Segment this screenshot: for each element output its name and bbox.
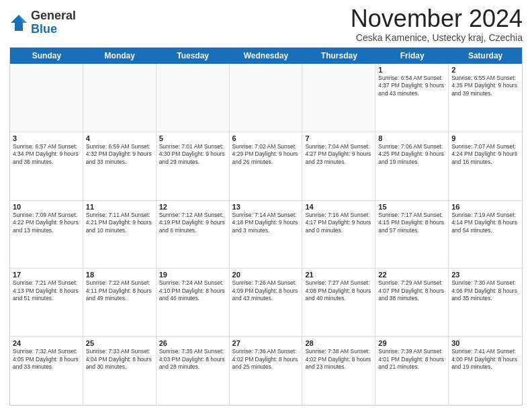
day-number: 4 <box>86 134 153 142</box>
day-number: 30 <box>451 339 519 347</box>
day-number: 21 <box>305 271 372 279</box>
logo: General Blue <box>9 9 76 36</box>
empty-cell <box>230 64 303 132</box>
day-cell: 5Sunrise: 7:01 AM Sunset: 4:30 PM Daylig… <box>157 132 230 200</box>
calendar-row: 1Sunrise: 6:54 AM Sunset: 4:37 PM Daylig… <box>10 64 522 132</box>
day-number: 20 <box>232 271 300 279</box>
day-detail: Sunrise: 7:29 AM Sunset: 4:07 PM Dayligh… <box>378 279 445 302</box>
day-cell: 20Sunrise: 7:26 AM Sunset: 4:09 PM Dayli… <box>230 269 303 336</box>
empty-cell <box>302 64 375 132</box>
day-cell: 8Sunrise: 7:06 AM Sunset: 4:25 PM Daylig… <box>375 132 449 200</box>
day-cell: 11Sunrise: 7:11 AM Sunset: 4:21 PM Dayli… <box>83 201 157 269</box>
day-cell: 27Sunrise: 7:36 AM Sunset: 4:02 PM Dayli… <box>230 337 303 405</box>
day-number: 22 <box>378 271 445 279</box>
page: General Blue November 2024 Ceska Kamenic… <box>0 0 532 411</box>
day-cell: 6Sunrise: 7:02 AM Sunset: 4:29 PM Daylig… <box>230 132 303 200</box>
day-detail: Sunrise: 7:22 AM Sunset: 4:11 PM Dayligh… <box>86 279 153 302</box>
weekday-header: Tuesday <box>157 48 230 64</box>
day-cell: 14Sunrise: 7:16 AM Sunset: 4:17 PM Dayli… <box>302 201 375 269</box>
day-detail: Sunrise: 7:16 AM Sunset: 4:17 PM Dayligh… <box>305 212 372 234</box>
day-cell: 2Sunrise: 6:55 AM Sunset: 4:35 PM Daylig… <box>449 64 522 132</box>
day-detail: Sunrise: 6:54 AM Sunset: 4:37 PM Dayligh… <box>378 75 445 97</box>
weekday-header: Monday <box>83 48 157 64</box>
day-detail: Sunrise: 7:26 AM Sunset: 4:09 PM Dayligh… <box>232 279 300 302</box>
day-detail: Sunrise: 7:17 AM Sunset: 4:15 PM Dayligh… <box>378 212 445 234</box>
day-detail: Sunrise: 7:01 AM Sunset: 4:30 PM Dayligh… <box>159 143 226 166</box>
day-number: 19 <box>159 271 226 279</box>
weekday-header: Wednesday <box>230 48 303 64</box>
day-number: 18 <box>86 271 153 279</box>
day-detail: Sunrise: 7:27 AM Sunset: 4:08 PM Dayligh… <box>305 279 372 302</box>
day-cell: 28Sunrise: 7:38 AM Sunset: 4:02 PM Dayli… <box>302 337 375 405</box>
day-detail: Sunrise: 7:19 AM Sunset: 4:14 PM Dayligh… <box>451 212 519 234</box>
day-cell: 29Sunrise: 7:39 AM Sunset: 4:01 PM Dayli… <box>375 337 449 405</box>
calendar-row: 10Sunrise: 7:09 AM Sunset: 4:22 PM Dayli… <box>10 201 522 269</box>
day-number: 13 <box>232 203 300 211</box>
day-number: 7 <box>305 134 372 142</box>
day-detail: Sunrise: 7:02 AM Sunset: 4:29 PM Dayligh… <box>232 143 300 166</box>
calendar-header: SundayMondayTuesdayWednesdayThursdayFrid… <box>10 48 522 64</box>
day-cell: 3Sunrise: 6:57 AM Sunset: 4:34 PM Daylig… <box>10 132 83 200</box>
weekday-header: Thursday <box>302 48 375 64</box>
day-cell: 26Sunrise: 7:35 AM Sunset: 4:03 PM Dayli… <box>157 337 230 405</box>
day-number: 12 <box>159 203 226 211</box>
day-detail: Sunrise: 7:36 AM Sunset: 4:02 PM Dayligh… <box>232 348 300 371</box>
header: General Blue November 2024 Ceska Kamenic… <box>9 7 523 43</box>
day-cell: 24Sunrise: 7:32 AM Sunset: 4:05 PM Dayli… <box>10 337 83 405</box>
day-cell: 17Sunrise: 7:21 AM Sunset: 4:13 PM Dayli… <box>10 269 83 336</box>
day-detail: Sunrise: 7:32 AM Sunset: 4:05 PM Dayligh… <box>13 348 80 371</box>
day-detail: Sunrise: 7:33 AM Sunset: 4:04 PM Dayligh… <box>86 348 153 371</box>
day-number: 14 <box>305 203 372 211</box>
day-number: 6 <box>232 134 300 142</box>
day-detail: Sunrise: 7:41 AM Sunset: 4:00 PM Dayligh… <box>451 348 519 371</box>
day-number: 10 <box>13 203 80 211</box>
day-number: 23 <box>451 271 519 279</box>
day-detail: Sunrise: 7:30 AM Sunset: 4:06 PM Dayligh… <box>451 279 519 302</box>
day-number: 16 <box>451 203 519 211</box>
logo-icon <box>9 13 28 32</box>
day-detail: Sunrise: 6:59 AM Sunset: 4:32 PM Dayligh… <box>86 143 153 166</box>
day-cell: 4Sunrise: 6:59 AM Sunset: 4:32 PM Daylig… <box>83 132 157 200</box>
day-detail: Sunrise: 7:07 AM Sunset: 4:24 PM Dayligh… <box>451 143 519 166</box>
empty-cell <box>157 64 230 132</box>
day-number: 9 <box>451 134 519 142</box>
day-detail: Sunrise: 6:57 AM Sunset: 4:34 PM Dayligh… <box>13 143 80 166</box>
day-detail: Sunrise: 7:04 AM Sunset: 4:27 PM Dayligh… <box>305 143 372 166</box>
logo-blue-text: Blue <box>31 23 76 36</box>
day-number: 1 <box>378 66 445 74</box>
day-cell: 1Sunrise: 6:54 AM Sunset: 4:37 PM Daylig… <box>375 64 449 132</box>
day-cell: 9Sunrise: 7:07 AM Sunset: 4:24 PM Daylig… <box>449 132 522 200</box>
weekday-header: Friday <box>375 48 449 64</box>
day-detail: Sunrise: 7:12 AM Sunset: 4:19 PM Dayligh… <box>159 212 226 234</box>
day-detail: Sunrise: 7:06 AM Sunset: 4:25 PM Dayligh… <box>378 143 445 166</box>
location: Ceska Kamenice, Ustecky kraj, Czechia <box>351 32 523 43</box>
day-cell: 23Sunrise: 7:30 AM Sunset: 4:06 PM Dayli… <box>449 269 522 336</box>
day-number: 26 <box>159 339 226 347</box>
logo-text: General Blue <box>31 9 76 36</box>
day-number: 28 <box>305 339 372 347</box>
title-area: November 2024 Ceska Kamenice, Ustecky kr… <box>351 7 523 43</box>
day-detail: Sunrise: 7:35 AM Sunset: 4:03 PM Dayligh… <box>159 348 226 371</box>
day-cell: 21Sunrise: 7:27 AM Sunset: 4:08 PM Dayli… <box>302 269 375 336</box>
day-number: 5 <box>159 134 226 142</box>
day-cell: 30Sunrise: 7:41 AM Sunset: 4:00 PM Dayli… <box>449 337 522 405</box>
day-detail: Sunrise: 7:11 AM Sunset: 4:21 PM Dayligh… <box>86 212 153 234</box>
day-detail: Sunrise: 7:14 AM Sunset: 4:18 PM Dayligh… <box>232 212 300 234</box>
calendar-row: 17Sunrise: 7:21 AM Sunset: 4:13 PM Dayli… <box>10 269 522 337</box>
day-cell: 15Sunrise: 7:17 AM Sunset: 4:15 PM Dayli… <box>375 201 449 269</box>
day-detail: Sunrise: 7:39 AM Sunset: 4:01 PM Dayligh… <box>378 348 445 371</box>
day-cell: 18Sunrise: 7:22 AM Sunset: 4:11 PM Dayli… <box>83 269 157 336</box>
day-detail: Sunrise: 7:24 AM Sunset: 4:10 PM Dayligh… <box>159 279 226 302</box>
day-cell: 10Sunrise: 7:09 AM Sunset: 4:22 PM Dayli… <box>10 201 83 269</box>
weekday-header: Saturday <box>449 48 522 64</box>
day-detail: Sunrise: 7:09 AM Sunset: 4:22 PM Dayligh… <box>13 212 80 234</box>
day-cell: 19Sunrise: 7:24 AM Sunset: 4:10 PM Dayli… <box>157 269 230 336</box>
day-number: 11 <box>86 203 153 211</box>
calendar-row: 3Sunrise: 6:57 AM Sunset: 4:34 PM Daylig… <box>10 132 522 201</box>
day-detail: Sunrise: 7:21 AM Sunset: 4:13 PM Dayligh… <box>13 279 80 302</box>
calendar-body: 1Sunrise: 6:54 AM Sunset: 4:37 PM Daylig… <box>10 64 522 405</box>
day-cell: 25Sunrise: 7:33 AM Sunset: 4:04 PM Dayli… <box>83 337 157 405</box>
day-number: 27 <box>232 339 300 347</box>
day-number: 25 <box>86 339 153 347</box>
day-cell: 7Sunrise: 7:04 AM Sunset: 4:27 PM Daylig… <box>302 132 375 200</box>
